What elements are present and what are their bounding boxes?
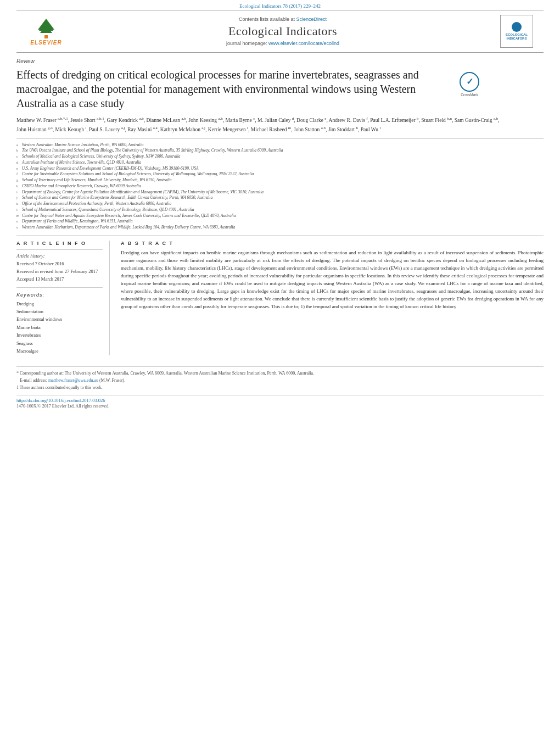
affil-sup: b	[16, 148, 22, 153]
crossmark-icon: ✓	[466, 76, 473, 87]
homepage-label: journal homepage:	[226, 41, 267, 46]
homepage-line: journal homepage: www.elsevier.com/locat…	[68, 41, 497, 46]
corresponding-author-note: * Corresponding author at: The Universit…	[16, 370, 544, 376]
affil-text: CSIRO Marine and Atmospheric Research, C…	[22, 183, 141, 189]
affil-sup: h	[16, 183, 22, 189]
keyword-item: Sedimentation	[16, 308, 103, 315]
corresponding-author-text: * Corresponding author at: The Universit…	[16, 371, 314, 376]
affil-sup: k	[16, 201, 22, 207]
affil-sup: e	[16, 166, 22, 171]
equal-contrib-text: 1 These authors contributed equally to t…	[16, 385, 103, 390]
section-label: Review	[16, 58, 544, 64]
top-citation-text: Ecological Indicators 78 (2017) 229–242	[239, 3, 321, 9]
affiliation-item: lSchool of Mathematical Sciences, Queens…	[16, 207, 544, 213]
two-col-section: A R T I C L E I N F O Article history: R…	[16, 236, 544, 355]
article-history-label: Article history:	[16, 253, 103, 259]
main-content: Review Effects of dredging on critical e…	[16, 53, 544, 361]
affil-sup: a	[16, 142, 22, 148]
keyword-item: Environmental windows	[16, 315, 103, 323]
sciencedirect-link[interactable]: ScienceDirect	[296, 16, 327, 22]
affiliation-item: oWestern Australian Herbarium, Departmen…	[16, 225, 544, 230]
svg-rect-0	[44, 35, 48, 38]
doi-text: http://dx.doi.org/10.1016/j.ecolind.2017…	[16, 398, 105, 403]
left-column: A R T I C L E I N F O Article history: R…	[16, 241, 110, 355]
elsevier-tree-icon	[32, 18, 60, 40]
affil-text: Western Australian Marine Science Instit…	[22, 142, 143, 148]
affil-text: Department of Parks and Wildlife, Kensin…	[22, 219, 133, 224]
affiliation-item: aWestern Australian Marine Science Insti…	[16, 142, 544, 148]
affil-text: Centre for Tropical Water and Aquatic Ec…	[22, 213, 236, 219]
authors-text: Matthew W. Fraser a,b,*,1, Jessie Short …	[16, 118, 500, 132]
affiliation-item: eU.S. Army Engineer Research and Develop…	[16, 166, 544, 171]
affil-text: The UWA Oceans Institute and School of P…	[22, 148, 283, 153]
received-revised-date: Received in revised form 27 February 201…	[16, 269, 103, 275]
affil-text: Department of Zoology, Centre for Aquati…	[22, 189, 264, 195]
affil-text: Schools of Medical and Biological Scienc…	[22, 154, 181, 159]
received-date: Received 7 October 2016	[16, 261, 103, 267]
affil-text: Australian Institute of Marine Science, …	[22, 160, 141, 165]
email-link[interactable]: matthew.fraser@uwa.edu.au	[48, 378, 98, 383]
abstract-text: Dredging can have significant impacts on…	[121, 249, 544, 311]
email-note: E-mail address: matthew.fraser@uwa.edu.a…	[16, 377, 544, 383]
title-crossmark-row: Effects of dredging on critical ecologic…	[16, 68, 544, 116]
accepted-date: Accepted 13 March 2017	[16, 276, 103, 283]
right-column: A B S T R A C T Dredging can have signif…	[121, 241, 544, 355]
affiliation-item: hCSIRO Marine and Atmospheric Research, …	[16, 183, 544, 189]
affil-sup: o	[16, 225, 22, 230]
affil-text: Office of the Environmental Protection A…	[22, 201, 171, 207]
journal-top-citation: Ecological Indicators 78 (2017) 229–242	[0, 0, 560, 10]
affil-sup: c	[16, 154, 22, 159]
keyword-item: Seagrass	[16, 339, 103, 347]
copyright-line: 1470-160X/© 2017 Elsevier Ltd. All right…	[16, 404, 544, 409]
badge-circle-icon	[512, 22, 522, 32]
email-name: (M.W. Fraser).	[99, 378, 125, 383]
badge-title: ECOLOGICALINDICATORS	[506, 33, 528, 41]
affiliation-item: jSchool of Science and Centre for Marine…	[16, 195, 544, 200]
abstract-title: A B S T R A C T	[121, 241, 544, 246]
affil-text: Centre for Sustainable Ecosystem Solutio…	[22, 171, 254, 177]
affiliation-item: cSchools of Medical and Biological Scien…	[16, 154, 544, 159]
affil-sup: f	[16, 171, 22, 177]
email-label: E-mail address:	[20, 378, 47, 383]
affiliation-item: iDepartment of Zoology, Centre for Aquat…	[16, 189, 544, 195]
crossmark-circle: ✓	[460, 72, 479, 92]
homepage-url[interactable]: www.elsevier.com/locate/ecolind	[268, 41, 339, 46]
affil-text: School of Science and Centre for Marine …	[22, 195, 212, 200]
contents-line: Contents lists available at ScienceDirec…	[68, 16, 497, 22]
journal-header: ELSEVIER Contents lists available at Sci…	[16, 10, 544, 53]
doi-line[interactable]: http://dx.doi.org/10.1016/j.ecolind.2017…	[16, 398, 544, 403]
affil-sup: n	[16, 219, 22, 224]
keywords-title: Keywords:	[16, 292, 103, 298]
affiliation-item: mCentre for Tropical Water and Aquatic E…	[16, 213, 544, 219]
affiliations: aWestern Australian Marine Science Insti…	[16, 138, 544, 230]
crossmark-badge[interactable]: ✓ CrossMark	[456, 70, 483, 98]
affiliation-item: fCentre for Sustainable Ecosystem Soluti…	[16, 171, 544, 177]
journal-center: Contents lists available at ScienceDirec…	[68, 16, 497, 46]
article-title: Effects of dredging on critical ecologic…	[16, 68, 445, 110]
affil-text: U.S. Army Engineer Research and Developm…	[22, 166, 199, 171]
affil-sup: g	[16, 177, 22, 183]
affil-text: Western Australian Herbarium, Department…	[22, 225, 235, 230]
bottom-bar: http://dx.doi.org/10.1016/j.ecolind.2017…	[16, 395, 544, 409]
crossmark-label: CrossMark	[461, 93, 478, 97]
keyword-item: Marine biota	[16, 323, 103, 331]
affil-text: School of Veterinary and Life Sciences, …	[22, 177, 172, 183]
affil-sup: d	[16, 160, 22, 165]
affiliation-item: dAustralian Institute of Marine Science,…	[16, 160, 544, 165]
affiliation-item: kOffice of the Environmental Protection …	[16, 201, 544, 207]
equal-contrib-note: 1 These authors contributed equally to t…	[16, 384, 544, 390]
article-info-title: A R T I C L E I N F O	[16, 241, 103, 246]
journal-title: Ecological Indicators	[68, 24, 497, 38]
keyword-item: Macroalgae	[16, 347, 103, 355]
journal-badge: ECOLOGICALINDICATORS	[497, 15, 536, 48]
contents-label: Contents lists available at	[239, 16, 295, 22]
affil-text: School of Mathematical Sciences, Queensl…	[22, 207, 194, 213]
affiliation-item: nDepartment of Parks and Wildlife, Kensi…	[16, 219, 544, 224]
affil-sup: l	[16, 207, 22, 213]
keyword-item: Invertebrates	[16, 331, 103, 339]
badge-box: ECOLOGICALINDICATORS	[500, 15, 533, 48]
elsevier-text: ELSEVIER	[30, 40, 61, 46]
affil-sup: m	[16, 213, 22, 219]
footnotes-area: * Corresponding author at: The Universit…	[16, 366, 544, 391]
elsevier-logo: ELSEVIER	[24, 18, 68, 46]
